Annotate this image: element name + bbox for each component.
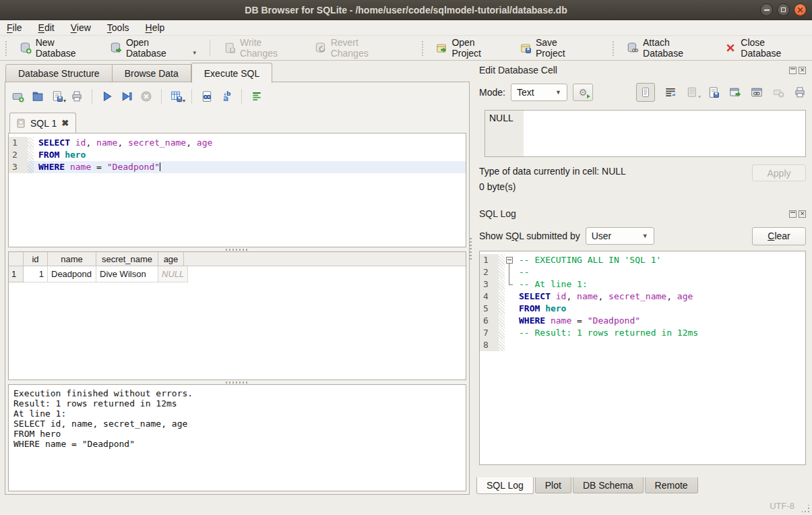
dock-tab-sql-log[interactable]: SQL Log xyxy=(476,477,534,494)
code-line[interactable]: 2FROM hero xyxy=(9,149,466,161)
sql-editor[interactable]: 1SELECT id, name, secret_name, age2FROM … xyxy=(8,133,466,247)
splitter-handle[interactable] xyxy=(226,249,249,251)
table-cell[interactable]: Deadpond xyxy=(48,266,96,282)
menu-file[interactable]: File xyxy=(7,22,22,33)
find-icon[interactable] xyxy=(201,90,213,102)
close-sql-tab-icon[interactable]: ✖ xyxy=(61,119,69,127)
menu-edit[interactable]: Edit xyxy=(38,22,55,33)
toolbar-drag-handle[interactable] xyxy=(420,40,425,56)
dock-float-icon[interactable] xyxy=(789,67,797,74)
row-number[interactable]: 1 xyxy=(9,266,24,282)
dock-tab-plot[interactable]: Plot xyxy=(535,477,571,493)
save-sql-file-button[interactable]: ▾ xyxy=(51,90,63,102)
menu-view[interactable]: View xyxy=(71,22,91,33)
column-header[interactable]: secret_name xyxy=(96,252,158,266)
menubar: File Edit View Tools Help xyxy=(0,20,812,36)
dock-close-icon[interactable] xyxy=(799,67,806,74)
save-results-button[interactable]: ▾ xyxy=(170,90,183,102)
cell-editor-area[interactable] xyxy=(524,111,805,156)
attach-database-button[interactable]: Attach Database xyxy=(619,38,716,58)
code-line[interactable]: 5FROM hero xyxy=(480,303,805,315)
fold-marker[interactable] xyxy=(505,254,514,266)
dock-tab-db-schema[interactable]: DB Schema xyxy=(573,477,644,493)
encoding-indicator[interactable]: UTF-8 xyxy=(770,501,794,511)
toolbar-drag-handle[interactable] xyxy=(611,40,616,56)
new-database-button[interactable]: New Database xyxy=(11,38,102,58)
execute-sql-icon[interactable] xyxy=(101,90,113,102)
minimize-icon xyxy=(764,9,770,11)
format-sql-icon[interactable] xyxy=(251,90,263,102)
tab-execute-sql[interactable]: Execute SQL xyxy=(191,63,273,83)
save-project-label: Save Project xyxy=(536,37,586,59)
execution-message-area[interactable]: Execution finished without errors. Resul… xyxy=(8,384,466,491)
execute-current-line-icon[interactable] xyxy=(121,90,133,102)
table-cell[interactable]: NULL xyxy=(158,266,188,282)
open-database-button[interactable]: Open Database ▾ xyxy=(102,38,204,58)
dock-tab-remote[interactable]: Remote xyxy=(645,477,698,493)
print-sql-icon[interactable] xyxy=(71,90,83,102)
sql-1-tab[interactable]: SQL 1 ✖ xyxy=(9,113,76,133)
gutter-hatch xyxy=(499,291,505,303)
stop-execution-icon xyxy=(140,90,152,102)
code-line[interactable]: 8 xyxy=(480,339,805,351)
code-line[interactable]: 3-- At line 1: xyxy=(480,278,805,291)
toolbar-drag-handle[interactable] xyxy=(4,40,9,56)
code-line[interactable]: 4SELECT id, name, secret_name, age xyxy=(480,291,805,303)
code-line[interactable]: 2-- xyxy=(480,266,805,278)
new-sql-tab-icon[interactable] xyxy=(12,90,24,102)
dock-close-icon[interactable] xyxy=(799,210,806,218)
code-line[interactable]: 1-- EXECUTING ALL IN 'SQL 1' xyxy=(480,254,805,266)
resize-grip[interactable] xyxy=(802,505,810,513)
results-grid[interactable]: idnamesecret_nameage11DeadpondDive Wilso… xyxy=(8,251,466,380)
code-line[interactable]: 7-- Result: 1 rows returned in 12ms xyxy=(480,327,805,339)
window-titlebar[interactable]: DB Browser for SQLite - /home/user/code/… xyxy=(0,0,812,20)
code-line[interactable]: 3WHERE name = "Deadpond" xyxy=(9,161,466,173)
splitter-handle[interactable] xyxy=(470,237,472,260)
code-line[interactable]: 1SELECT id, name, secret_name, age xyxy=(9,137,466,149)
save-project-button[interactable]: Save Project xyxy=(511,38,594,58)
fold-column xyxy=(505,303,514,315)
write-changes-label: Write Changes xyxy=(240,37,299,59)
table-cell[interactable]: Dive Wilson xyxy=(96,266,158,282)
table-cell[interactable]: 1 xyxy=(24,266,48,282)
save-sql-file-icon xyxy=(51,90,63,102)
close-button[interactable]: ✕ xyxy=(794,3,807,16)
open-project-button[interactable]: Open Project xyxy=(427,38,511,58)
tab-database-structure[interactable]: Database Structure xyxy=(5,64,113,82)
code-text: -- Result: 1 rows returned in 12ms xyxy=(514,327,698,339)
close-database-button[interactable]: Close Database xyxy=(716,38,812,58)
import-settings-button[interactable]: ⚙ xyxy=(573,84,593,101)
sql-editor-toolbar: ▾ ▾ xyxy=(5,82,469,111)
print-cell-icon[interactable] xyxy=(794,86,806,98)
clear-log-button[interactable]: Clear xyxy=(752,227,806,245)
submitted-by-select[interactable]: User ▼ xyxy=(586,227,654,245)
minimize-button[interactable] xyxy=(760,3,773,16)
tab-browse-data[interactable]: Browse Data xyxy=(113,64,191,82)
save-dropdown-arrow[interactable]: ▾ xyxy=(63,98,66,104)
open-in-external-icon[interactable] xyxy=(729,86,741,98)
link-data-icon[interactable] xyxy=(751,86,763,98)
column-header[interactable]: name xyxy=(48,252,96,266)
cell-editor[interactable]: NULL xyxy=(485,110,806,157)
code-line[interactable]: 6WHERE name = "Deadpond" xyxy=(480,315,805,327)
maximize-button[interactable] xyxy=(777,3,790,16)
sql-tab-bar: SQL 1 ✖ xyxy=(5,111,469,133)
column-header[interactable]: id xyxy=(24,252,48,266)
results-corner-cell[interactable] xyxy=(9,252,24,266)
save-results-dropdown-arrow[interactable]: ▾ xyxy=(183,98,185,104)
dock-float-icon[interactable] xyxy=(789,210,797,218)
mode-select[interactable]: Text ▼ xyxy=(511,84,567,101)
save-results-icon xyxy=(170,90,183,102)
text-mode-toggle[interactable] xyxy=(636,83,655,102)
open-sql-file-icon[interactable] xyxy=(32,90,44,102)
export-cell-data-icon[interactable] xyxy=(708,86,720,98)
replace-icon[interactable]: b a xyxy=(220,90,232,102)
splitter-handle[interactable] xyxy=(226,382,249,384)
word-wrap-icon[interactable] xyxy=(664,86,677,98)
open-database-dropdown-arrow[interactable]: ▾ xyxy=(193,49,196,58)
menu-help[interactable]: Help xyxy=(146,22,165,33)
gutter-hatch xyxy=(28,161,34,173)
sql-log-view[interactable]: 1-- EXECUTING ALL IN 'SQL 1'2--3-- At li… xyxy=(479,251,806,465)
menu-tools[interactable]: Tools xyxy=(107,22,129,33)
column-header[interactable]: age xyxy=(158,252,184,266)
